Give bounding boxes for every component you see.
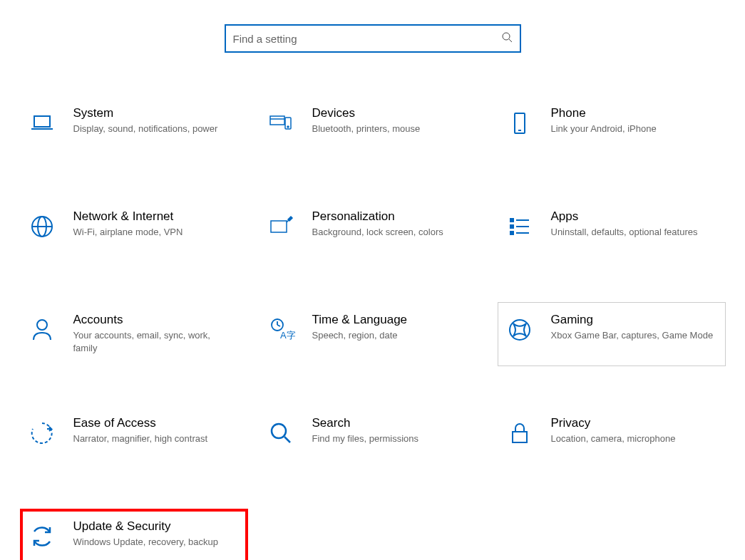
apps-list-icon bbox=[504, 211, 535, 242]
tile-text: Devices Bluetooth, printers, mouse bbox=[312, 106, 475, 135]
tile-privacy[interactable]: Privacy Location, camera, microphone bbox=[498, 405, 726, 470]
tile-title: Phone bbox=[551, 106, 714, 120]
tile-system[interactable]: System Display, sound, notifications, po… bbox=[20, 95, 248, 160]
devices-icon bbox=[265, 108, 297, 139]
tile-text: Update & Security Windows Update, recove… bbox=[73, 519, 236, 549]
ease-of-access-icon bbox=[26, 418, 58, 449]
tile-title: Devices bbox=[312, 106, 475, 120]
tile-subtitle: Display, sound, notifications, power bbox=[73, 123, 236, 135]
xbox-icon bbox=[504, 314, 535, 346]
tile-title: Gaming bbox=[551, 313, 714, 327]
svg-rect-4 bbox=[270, 116, 284, 125]
laptop-icon bbox=[26, 108, 58, 139]
tile-title: Update & Security bbox=[73, 519, 236, 534]
tile-update-security[interactable]: Update & Security Windows Update, recove… bbox=[20, 509, 248, 560]
tile-network[interactable]: Network & Internet Wi-Fi, airplane mode,… bbox=[20, 199, 248, 263]
tile-title: Network & Internet bbox=[73, 209, 236, 224]
svg-rect-19 bbox=[510, 232, 513, 234]
tile-subtitle: Link your Android, iPhone bbox=[551, 123, 714, 135]
svg-point-27 bbox=[272, 424, 286, 438]
tile-apps[interactable]: Apps Uninstall, defaults, optional featu… bbox=[498, 199, 726, 263]
phone-icon bbox=[504, 108, 535, 139]
search-input[interactable] bbox=[233, 33, 501, 45]
svg-point-26 bbox=[510, 320, 530, 340]
tile-subtitle: Location, camera, microphone bbox=[551, 432, 714, 445]
lock-icon bbox=[504, 418, 535, 449]
sync-icon bbox=[26, 521, 58, 552]
tile-subtitle: Your accounts, email, sync, work, family bbox=[73, 329, 236, 355]
tile-subtitle: Windows Update, recovery, backup bbox=[73, 536, 236, 549]
svg-rect-2 bbox=[34, 116, 50, 127]
globe-icon bbox=[26, 211, 58, 242]
svg-text:A字: A字 bbox=[280, 330, 295, 341]
tile-title: Ease of Access bbox=[73, 416, 236, 430]
tile-devices[interactable]: Devices Bluetooth, printers, mouse bbox=[259, 95, 487, 160]
search-box[interactable] bbox=[225, 24, 521, 53]
tile-ease-of-access[interactable]: Ease of Access Narrator, magnifier, high… bbox=[20, 405, 248, 470]
svg-point-7 bbox=[287, 126, 289, 128]
tile-accounts[interactable]: Accounts Your accounts, email, sync, wor… bbox=[20, 302, 248, 366]
time-language-icon: A字 bbox=[265, 314, 297, 346]
tile-text: Time & Language Speech, region, date bbox=[312, 313, 475, 342]
tile-title: System bbox=[73, 106, 236, 120]
tile-title: Personalization bbox=[312, 209, 475, 224]
tile-title: Privacy bbox=[551, 416, 714, 430]
svg-point-21 bbox=[37, 320, 47, 330]
search-bar-container bbox=[0, 0, 745, 95]
tile-phone[interactable]: Phone Link your Android, iPhone bbox=[498, 95, 726, 160]
person-icon bbox=[26, 314, 58, 346]
tile-title: Search bbox=[312, 416, 475, 430]
tile-text: Ease of Access Narrator, magnifier, high… bbox=[73, 416, 236, 445]
svg-line-28 bbox=[284, 437, 290, 442]
svg-rect-13 bbox=[271, 221, 287, 232]
tile-personalization[interactable]: Personalization Background, lock screen,… bbox=[259, 199, 487, 263]
tile-subtitle: Speech, region, date bbox=[312, 329, 475, 342]
svg-rect-17 bbox=[510, 225, 513, 228]
svg-line-24 bbox=[277, 325, 280, 326]
svg-rect-15 bbox=[510, 219, 513, 222]
search-icon bbox=[501, 31, 513, 46]
paintbrush-icon bbox=[265, 211, 297, 242]
tile-subtitle: Xbox Game Bar, captures, Game Mode bbox=[551, 329, 714, 342]
tile-text: Personalization Background, lock screen,… bbox=[312, 209, 475, 239]
tile-subtitle: Background, lock screen, colors bbox=[312, 226, 475, 239]
tile-text: Accounts Your accounts, email, sync, wor… bbox=[73, 313, 236, 355]
magnifier-icon bbox=[265, 418, 297, 449]
tile-text: Search Find my files, permissions bbox=[312, 416, 475, 445]
svg-rect-29 bbox=[513, 432, 527, 442]
tile-gaming[interactable]: Gaming Xbox Game Bar, captures, Game Mod… bbox=[498, 302, 726, 366]
tile-subtitle: Uninstall, defaults, optional features bbox=[551, 226, 714, 239]
tile-time-language[interactable]: A字 Time & Language Speech, region, date bbox=[259, 302, 487, 366]
tile-text: System Display, sound, notifications, po… bbox=[73, 106, 236, 135]
svg-line-1 bbox=[509, 39, 512, 42]
tile-title: Apps bbox=[551, 209, 714, 224]
tile-title: Accounts bbox=[73, 313, 236, 327]
settings-grid: System Display, sound, notifications, po… bbox=[0, 95, 745, 560]
tile-text: Phone Link your Android, iPhone bbox=[551, 106, 714, 135]
tile-subtitle: Narrator, magnifier, high contrast bbox=[73, 432, 236, 445]
tile-subtitle: Wi-Fi, airplane mode, VPN bbox=[73, 226, 236, 239]
tile-subtitle: Find my files, permissions bbox=[312, 432, 475, 445]
tile-text: Network & Internet Wi-Fi, airplane mode,… bbox=[73, 209, 236, 239]
tile-text: Apps Uninstall, defaults, optional featu… bbox=[551, 209, 714, 239]
tile-text: Gaming Xbox Game Bar, captures, Game Mod… bbox=[551, 313, 714, 342]
tile-title: Time & Language bbox=[312, 313, 475, 327]
tile-text: Privacy Location, camera, microphone bbox=[551, 416, 714, 445]
tile-search[interactable]: Search Find my files, permissions bbox=[259, 405, 487, 470]
svg-point-0 bbox=[503, 33, 510, 40]
tile-subtitle: Bluetooth, printers, mouse bbox=[312, 123, 475, 135]
